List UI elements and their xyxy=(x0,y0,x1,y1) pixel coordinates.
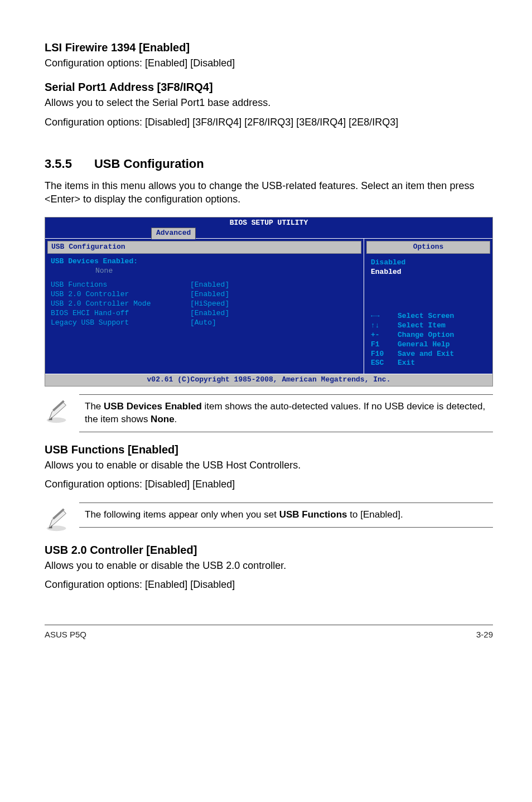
body-usb-config: The items in this menu allows you to cha… xyxy=(45,179,493,206)
bios-row: USB 2.0 Controller Mode [HiSpeed] xyxy=(51,299,358,309)
bios-help-val: Exit xyxy=(398,359,415,368)
bios-help-val: Save and Exit xyxy=(398,350,454,359)
heading-usb-functions: USB Functions [Enabled] xyxy=(45,443,493,456)
note-text-frag: The xyxy=(85,401,104,412)
bios-row-val: [Enabled] xyxy=(190,281,229,290)
bios-right-pane: Options Disabled Enabled ←→Select Screen… xyxy=(364,239,492,374)
note-text-bold: USB Devices Enabled xyxy=(104,401,202,412)
bios-row-key: BIOS EHCI Hand-off xyxy=(51,309,190,318)
bios-help-val: Select Screen xyxy=(398,312,454,321)
body-usb-func-1: Allows you to enable or disable the USB … xyxy=(45,458,493,472)
bios-row-val: [Enabled] xyxy=(190,309,229,318)
bios-help-val: Change Option xyxy=(398,331,454,340)
bios-help-key: F1 xyxy=(371,340,398,350)
section-number: 3.5.5 xyxy=(45,157,72,171)
body-usb20-1: Allows you to enable or disable the USB … xyxy=(45,559,493,572)
note-text: The USB Devices Enabled item shows the a… xyxy=(79,394,493,432)
bios-row-val: [Auto] xyxy=(190,318,216,328)
bios-row: Legacy USB Support [Auto] xyxy=(51,318,358,328)
bios-screenshot: BIOS SETUP UTILITY Advanced USB Configur… xyxy=(45,217,493,386)
note-usb-functions: The following items appear only when you… xyxy=(45,503,493,533)
bios-devices-label: USB Devices Enabled: xyxy=(51,257,358,267)
bios-row-key: USB 2.0 Controller Mode xyxy=(51,299,190,309)
bios-row-val: [HiSpeed] xyxy=(190,299,229,309)
page-footer: ASUS P5Q 3-29 xyxy=(45,625,493,639)
body-usb20-2: Configuration options: [Enabled] [Disabl… xyxy=(45,578,493,591)
heading-serial: Serial Port1 Address [3F8/IRQ4] xyxy=(45,81,493,94)
pencil-icon xyxy=(45,507,70,533)
bios-footer: v02.61 (C)Copyright 1985-2008, American … xyxy=(45,374,492,386)
footer-right: 3-29 xyxy=(476,630,493,639)
pencil-icon xyxy=(45,399,70,424)
body-lsi: Configuration options: [Enabled] [Disabl… xyxy=(45,56,493,70)
bios-help-key: ESC xyxy=(371,359,398,368)
footer-left: ASUS P5Q xyxy=(45,630,86,639)
heading-usb20-controller: USB 2.0 Controller [Enabled] xyxy=(45,544,493,557)
body-serial-1: Allows you to select the Serial Port1 ba… xyxy=(45,96,493,109)
bios-row: USB 2.0 Controller [Enabled] xyxy=(51,290,358,299)
note-text-frag: The following items appear only when you… xyxy=(85,509,279,520)
bios-help-val: General Help xyxy=(398,340,450,350)
bios-help-key: +- xyxy=(371,331,398,340)
heading-lsi: LSI Firewire 1394 [Enabled] xyxy=(45,41,493,54)
bios-help-key: F10 xyxy=(371,350,398,359)
note-usb-devices: The USB Devices Enabled item shows the a… xyxy=(45,394,493,432)
bios-row: BIOS EHCI Hand-off [Enabled] xyxy=(51,309,358,318)
bios-row-key: USB 2.0 Controller xyxy=(51,290,190,299)
bios-help-block: ←→Select Screen ↑↓Select Item +-Change O… xyxy=(364,310,492,374)
bios-row-key: USB Functions xyxy=(51,281,190,290)
bios-help-key: ↑↓ xyxy=(371,321,398,331)
bios-left-heading: USB Configuration xyxy=(47,241,361,254)
bios-tab-advanced: Advanced xyxy=(151,228,196,239)
bios-row: USB Functions [Enabled] xyxy=(51,281,358,290)
heading-usb-config: 3.5.5USB Configuration xyxy=(45,157,493,171)
bios-row-val: [Enabled] xyxy=(190,290,229,299)
note-text: The following items appear only when you… xyxy=(79,503,493,528)
bios-row-key: Legacy USB Support xyxy=(51,318,190,328)
bios-opt-enabled: Enabled xyxy=(371,268,487,277)
svg-marker-1 xyxy=(49,402,66,421)
note-text-frag: . xyxy=(175,414,177,424)
note-text-frag: to [Enabled]. xyxy=(347,509,403,520)
bios-help-key: ←→ xyxy=(371,312,398,321)
bios-title: BIOS SETUP UTILITY xyxy=(45,218,492,228)
bios-devices-value: None xyxy=(51,267,358,276)
section-title: USB Configuration xyxy=(94,157,204,171)
bios-right-heading: Options xyxy=(366,241,490,254)
body-usb-func-2: Configuration options: [Disabled] [Enabl… xyxy=(45,477,493,491)
bios-opt-disabled: Disabled xyxy=(371,258,487,268)
svg-marker-5 xyxy=(49,510,66,528)
bios-help-val: Select Item xyxy=(398,321,446,331)
body-serial-2: Configuration options: [Disabled] [3F8/I… xyxy=(45,115,493,129)
note-text-bold: USB Functions xyxy=(279,509,347,520)
note-text-bold: None xyxy=(151,414,175,424)
bios-left-pane: USB Configuration USB Devices Enabled: N… xyxy=(45,239,364,374)
